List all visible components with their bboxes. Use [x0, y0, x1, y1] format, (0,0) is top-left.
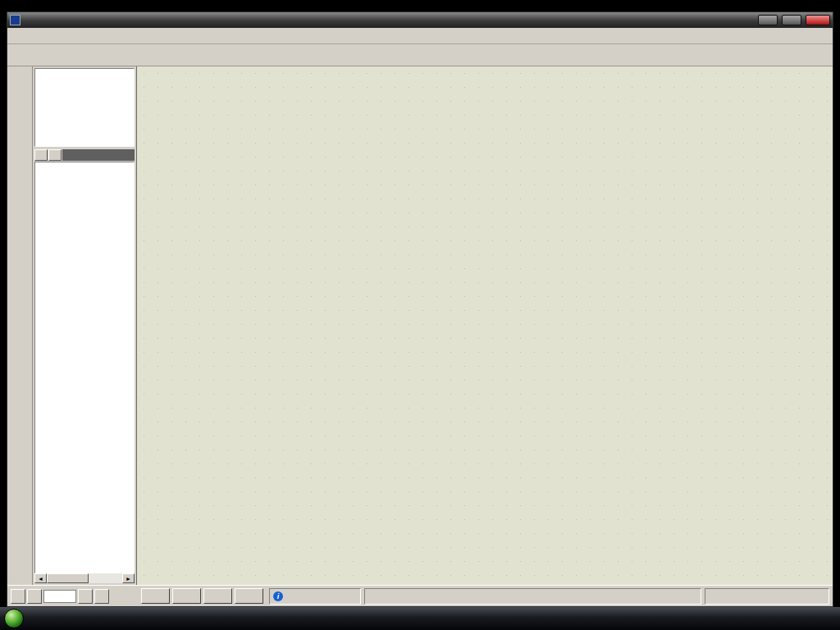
device-list-scrollbar: ◄ ►: [33, 573, 136, 585]
library-manager-button[interactable]: [48, 149, 62, 161]
app-window: ◄ ►: [7, 11, 833, 607]
devices-title: [62, 149, 135, 161]
orientation-toolbar: [7, 589, 137, 604]
schematic-svg: [137, 66, 833, 585]
language-indicator[interactable]: [811, 618, 816, 619]
mode-toolbar: [7, 66, 33, 585]
overview-minimap[interactable]: [34, 68, 135, 147]
taskbar: [0, 607, 840, 630]
rotation-angle-input[interactable]: [43, 590, 76, 603]
desktop: ◄ ►: [0, 0, 840, 630]
menu-bar: [7, 28, 833, 44]
sheet-status: [364, 588, 701, 605]
status-bar: i: [7, 585, 833, 606]
stop-button[interactable]: [235, 588, 263, 604]
messages-status[interactable]: i: [269, 588, 361, 605]
maximize-button[interactable]: [782, 15, 801, 25]
step-button[interactable]: [172, 588, 201, 604]
coordinates-status: [705, 588, 829, 605]
main-toolbar: [7, 44, 833, 66]
device-list: [34, 162, 135, 573]
main-area: ◄ ►: [7, 66, 833, 585]
simulation-controls: [137, 588, 267, 604]
schematic-canvas[interactable]: [137, 66, 833, 585]
taskbar-clock[interactable]: [826, 617, 834, 620]
info-icon: i: [273, 591, 283, 601]
app-icon: [10, 15, 21, 25]
scroll-right-button[interactable]: ►: [122, 573, 135, 583]
system-tray: [811, 617, 836, 620]
rotate-cw-icon[interactable]: [27, 589, 42, 604]
object-selector-panel: ◄ ►: [33, 66, 137, 585]
mirror-horizontal-icon[interactable]: [78, 589, 93, 604]
play-button[interactable]: [141, 588, 170, 604]
mirror-vertical-icon[interactable]: [94, 589, 109, 604]
scroll-track[interactable]: [47, 573, 122, 583]
overview-minimap-svg: [35, 69, 134, 146]
rotate-ccw-icon[interactable]: [11, 589, 25, 604]
pause-button[interactable]: [203, 588, 232, 604]
pick-devices-button[interactable]: [34, 149, 48, 161]
close-button[interactable]: [806, 15, 830, 25]
device-list-header: [33, 148, 136, 162]
start-button[interactable]: [4, 609, 24, 628]
title-bar[interactable]: [7, 12, 833, 28]
minimize-button[interactable]: [758, 15, 778, 25]
scroll-left-button[interactable]: ◄: [34, 573, 47, 583]
scroll-thumb[interactable]: [47, 573, 89, 583]
